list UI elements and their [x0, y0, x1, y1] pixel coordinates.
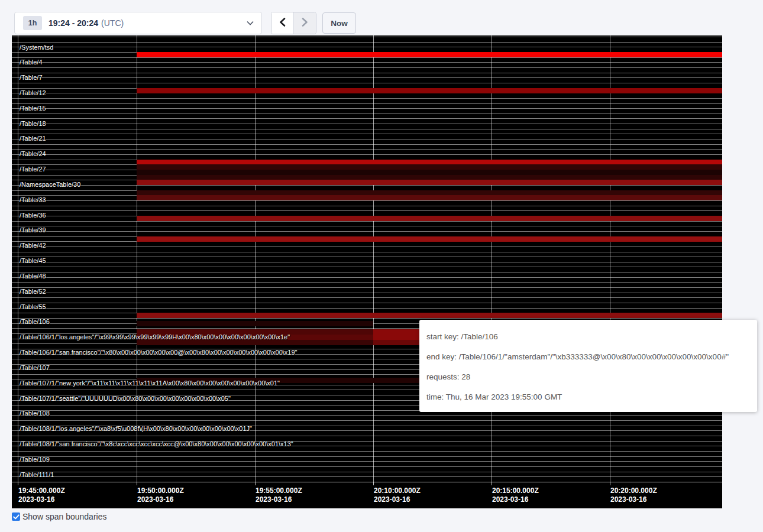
row-label: /System/tsd — [20, 44, 53, 51]
row-label: /Table/27 — [20, 166, 46, 173]
span-boundary-line — [12, 47, 722, 47]
span-boundary-line — [12, 456, 722, 457]
span-boundary-line — [12, 420, 722, 421]
row-label: /Table/108/1/"los angeles"/"\xa8\xf5\u00… — [20, 425, 252, 432]
row-label: /Table/45 — [20, 257, 46, 264]
span-boundary-line — [12, 42, 722, 43]
grid-line — [255, 35, 256, 482]
heat-band — [137, 313, 722, 318]
span-boundary-line — [12, 206, 722, 206]
time-range-text: 19:24 - 20:24 — [49, 18, 98, 28]
show-span-boundaries-checkbox[interactable] — [12, 512, 20, 521]
axis-tick-label: 20:20:00.000Z2023-03-16 — [610, 486, 657, 504]
row-label: /Table/12 — [20, 89, 46, 96]
now-button[interactable]: Now — [322, 12, 356, 34]
span-boundary-line — [12, 293, 722, 293]
span-boundary-line — [12, 226, 722, 226]
span-boundary-line — [12, 262, 722, 262]
span-boundary-line — [12, 252, 722, 252]
row-label: /Table/24 — [20, 150, 46, 157]
row-label: /Table/106/1/"san francisco"/"\x80\x00\x… — [20, 349, 298, 356]
heat-band — [137, 180, 722, 185]
row-label: /Table/107/1/"seattle"/"UUUUUUD\x00\x80\… — [20, 395, 231, 402]
heat-band — [137, 170, 722, 175]
row-label: /Table/7 — [20, 74, 43, 81]
span-boundary-line — [12, 118, 722, 119]
span-boundary-line — [12, 149, 722, 150]
span-boundary-line — [12, 62, 722, 63]
key-visualizer-page: { "toolbar": { "range_badge": "1h", "ran… — [0, 0, 763, 532]
span-boundary-line — [12, 451, 722, 452]
tooltip-start-key: start key: /Table/106 — [426, 327, 748, 347]
heat-band — [137, 216, 722, 221]
axis-tick-label: 19:45:00.000Z2023-03-16 — [18, 486, 65, 504]
span-boundary-line — [12, 154, 722, 155]
span-boundary-line — [12, 139, 722, 140]
row-label: /Table/21 — [20, 135, 46, 142]
tooltip-end-key: end key: /Table/106/1/"amsterdam"/"\xb33… — [426, 347, 748, 367]
time-range-selector[interactable]: 1h 19:24 - 20:24 (UTC) — [14, 12, 262, 34]
span-boundary-line — [12, 466, 722, 467]
row-label: /Table/15 — [20, 105, 46, 112]
previous-time-button[interactable] — [271, 12, 293, 34]
span-boundary-line — [12, 246, 722, 247]
row-label: /Table/106/1/"los angeles"/"\x99\x99\x99… — [20, 333, 290, 340]
span-boundary-line — [12, 415, 722, 416]
heat-band — [137, 88, 722, 93]
axis-tick-label: 20:10:00.000Z2023-03-16 — [374, 486, 421, 504]
span-boundary-line — [12, 272, 722, 273]
span-boundary-line — [12, 436, 722, 436]
chevron-right-icon — [301, 17, 309, 29]
footer-controls: Show span boundaries — [12, 512, 106, 521]
x-axis-line — [12, 482, 722, 482]
span-boundary-line — [12, 73, 722, 73]
row-label: /Table/52 — [20, 288, 46, 295]
span-boundary-line — [12, 267, 722, 267]
span-boundary-line — [12, 303, 722, 303]
heat-band — [137, 321, 373, 326]
axis-tick — [255, 482, 256, 485]
time-range-badge: 1h — [23, 16, 42, 30]
span-boundary-line — [12, 476, 722, 477]
row-label: /Table/39 — [20, 226, 46, 233]
axis-tick — [610, 482, 610, 485]
time-range-timezone: (UTC) — [101, 18, 124, 28]
axis-tick-label: 19:50:00.000Z2023-03-16 — [137, 486, 184, 504]
row-label: /Table/4 — [20, 59, 43, 66]
span-boundary-line — [12, 134, 722, 134]
chevron-left-icon — [279, 17, 286, 29]
row-label: /Table/109 — [20, 456, 50, 463]
next-time-button[interactable] — [293, 12, 316, 34]
time-nav-group — [271, 12, 316, 34]
row-label: /Table/36 — [20, 212, 46, 219]
chevron-down-icon — [247, 21, 254, 25]
heat-band — [137, 195, 722, 200]
span-boundary-line — [12, 124, 722, 124]
span-boundary-line — [12, 103, 722, 104]
grid-line — [610, 35, 610, 482]
tooltip-requests: requests: 28 — [426, 367, 748, 387]
grid-line — [137, 35, 137, 482]
span-boundary-line — [12, 113, 722, 114]
span-boundary-line — [12, 67, 722, 68]
key-visualizer-heatmap[interactable]: /System/tsd/Table/4/Table/7/Table/12/Tab… — [12, 35, 722, 508]
row-label: /NamespaceTable/30 — [20, 181, 80, 188]
axis-tick — [137, 482, 137, 485]
axis-tick — [18, 482, 18, 485]
span-tooltip: start key: /Table/106 end key: /Table/10… — [419, 320, 757, 412]
heat-band — [137, 52, 722, 57]
row-label: /Table/108/1/"san francisco"/"\x8c\xcc\x… — [20, 440, 293, 447]
grid-line — [373, 35, 374, 482]
heat-band — [137, 160, 722, 165]
heat-band — [137, 236, 722, 242]
span-boundary-line — [12, 257, 722, 257]
row-label: /Table/107/1/"new york"/"\x11\x11\x11\x1… — [20, 379, 280, 387]
heat-band — [137, 340, 373, 345]
row-label: /Table/55 — [20, 303, 46, 310]
row-label: /Table/42 — [20, 242, 46, 249]
axis-tick-label: 19:55:00.000Z2023-03-16 — [256, 486, 302, 504]
row-label: /Table/107 — [20, 364, 50, 371]
span-boundary-line — [12, 282, 722, 283]
row-label: /Table/106 — [20, 318, 50, 325]
span-boundary-line — [12, 37, 722, 37]
